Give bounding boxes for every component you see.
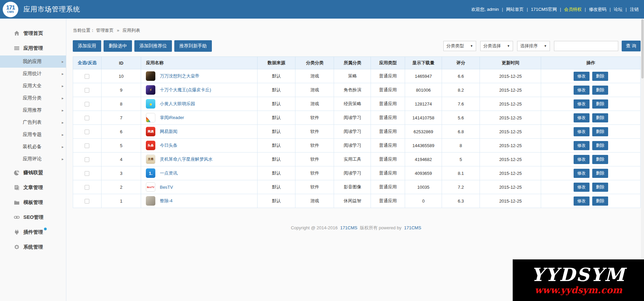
sidebar-item-1[interactable]: 管理首页 [0,26,66,41]
table-row: 4灵機灵机算命八字星座解梦风水默认软件实用工具普通应用419468252015-… [73,153,641,166]
sidebar-subitem-3[interactable]: 我的应用▸ [0,55,66,68]
filter-select-1[interactable]: 分类类型▼ [443,41,476,51]
sidebar-item-15[interactable]: SEO管理 [0,210,66,225]
topnav-link-3[interactable]: 会员特权 [564,6,582,13]
cell-id: 6 [101,125,141,139]
edit-button[interactable]: 修改 [574,127,590,136]
sidebar-item-14[interactable]: 模板管理 [0,195,66,210]
sidebar-subitem-5[interactable]: 应用大全▸ [0,80,66,92]
cell-score: 8.1 [442,166,480,180]
action-button-1[interactable]: 添加应用 [73,40,101,52]
app-name-wrap: 1.一点资讯 [146,168,257,178]
delete-button[interactable]: 删除 [592,141,608,150]
app-name-link[interactable]: 掌阅iReader [160,115,184,121]
app-market-admin-screen: 171 CMS 应用市场管理系统 欢迎您, admin |网站首页|171CMS… [0,0,644,301]
sidebar-subitem-9[interactable]: 应用专题▸ [0,129,66,141]
row-checkbox[interactable] [85,199,89,204]
cell-source: 默认 [258,125,295,139]
sidebar-item-13[interactable]: 文章管理 [0,180,66,195]
row-checkbox[interactable] [85,74,89,79]
cell-app-name: 整除-4 [141,194,258,208]
app-name-link[interactable]: 小黄人大眼萌乐园 [160,101,195,107]
delete-button[interactable]: 删除 [592,196,608,206]
row-checkbox[interactable] [85,185,89,190]
row-checkbox[interactable] [85,88,89,93]
edit-button[interactable]: 修改 [574,141,590,150]
topnav-link-1[interactable]: 网站首页 [506,6,524,13]
action-button-2[interactable]: 删除选中 [104,40,132,52]
sidebar-subitem-6[interactable]: 应用分类▸ [0,92,66,104]
cell-updated: 2015-12-25 [480,153,541,166]
app-name-wrap: 灵機灵机算命八字星座解梦风水 [146,155,257,164]
breadcrumb-home-link[interactable]: 管理首页 [96,28,114,33]
column-header-1[interactable]: 全选/反选 [73,57,102,69]
cell-class-type: 软件 [295,180,334,194]
app-name-link[interactable]: BesTV [160,185,173,190]
delete-button[interactable]: 删除 [592,72,608,81]
action-button-4[interactable]: 推荐到新手助 [174,40,212,52]
app-name-link[interactable]: 十万个大魔王(点爆皮卡丘) [160,87,211,93]
edit-button[interactable]: 修改 [574,86,590,95]
sidebar-item-2[interactable]: 应用管理 [0,41,66,55]
sidebar-item-label: 文章管理 [23,184,43,191]
sidebar-subitem-10[interactable]: 装机必备▸ [0,141,66,153]
edit-button[interactable]: 修改 [574,155,590,164]
sidebar-subitem-4[interactable]: 应用统计▸ [0,68,66,80]
row-checkbox[interactable] [85,102,89,107]
sidebar-item-12[interactable]: 赚钱联盟 [0,165,66,180]
cell-category: 实用工具 [334,153,371,166]
app-name-link[interactable]: 网易新闻 [160,129,177,135]
row-checkbox[interactable] [85,116,89,120]
edit-button[interactable]: 修改 [574,99,590,109]
row-checkbox[interactable] [85,157,89,162]
sidebar-subitem-11[interactable]: 应用评论▸ [0,153,66,165]
app-name-link[interactable]: 整除-4 [160,198,173,204]
sidebar-subitem-8[interactable]: 广告列表▸ [0,116,66,129]
row-checkbox[interactable] [85,171,89,176]
scrollbar-thumb[interactable] [641,19,644,78]
sidebar-item-16[interactable]: 插件管理 [0,225,66,239]
edit-button[interactable]: 修改 [574,113,590,122]
app-name-link[interactable]: 一点资讯 [160,170,177,176]
main-layout: 管理首页应用管理我的应用▸应用统计▸应用大全▸应用分类▸应用推荐▸广告列表▸应用… [0,19,644,301]
delete-button[interactable]: 删除 [592,86,608,95]
search-button[interactable]: 查 询 [622,41,641,51]
filter-select-2[interactable]: 分类选择▼ [480,41,513,51]
cell-updated: 2015-12-25 [480,69,541,83]
delete-button[interactable]: 删除 [592,183,608,192]
cell-app-name: 网易网易新闻 [141,125,258,139]
app-name-link[interactable]: 灵机算命八字星座解梦风水 [160,156,213,162]
app-name-link[interactable]: 万万没想到之大皇帝 [160,73,199,79]
topnav-link-5[interactable]: 论坛 [614,6,623,13]
delete-button[interactable]: 删除 [592,127,608,136]
cell-downloads: 144365589 [405,139,442,153]
edit-button[interactable]: 修改 [574,196,590,206]
delete-button[interactable]: 删除 [592,169,608,178]
cell-checkbox [73,153,102,166]
delete-button[interactable]: 删除 [592,99,608,109]
app-icon: ● [146,99,155,109]
row-checkbox[interactable] [85,130,89,134]
cell-category: 策略 [334,69,371,83]
footer-brand-link-2[interactable]: 171CMS [404,225,421,230]
app-name-link[interactable]: 今日头条 [160,142,177,148]
delete-button[interactable]: 删除 [592,155,608,164]
edit-button[interactable]: 修改 [574,183,590,192]
filter-select-3[interactable]: 选择排序▼ [517,41,550,51]
row-checkbox[interactable] [85,143,89,148]
action-button-3[interactable]: 添加到推荐位 [134,40,172,52]
cell-app-type: 普通应用 [371,139,405,153]
sidebar-subitem-7[interactable]: 应用推荐▸ [0,104,66,116]
cell-downloads: 4093659 [405,166,442,180]
topnav-link-6[interactable]: 注销 [630,6,639,13]
edit-button[interactable]: 修改 [574,72,590,81]
vertical-scrollbar[interactable] [641,19,644,301]
select-all-link[interactable]: 全选/反选 [78,60,97,65]
sidebar-item-17[interactable]: 系统管理 [0,239,66,254]
footer-brand-link-1[interactable]: 171CMS [340,225,357,230]
topnav-link-4[interactable]: 修改密码 [589,6,606,13]
edit-button[interactable]: 修改 [574,169,590,178]
search-input[interactable] [554,41,618,51]
delete-button[interactable]: 删除 [592,113,608,122]
topnav-link-2[interactable]: 171CMS官网 [531,6,557,13]
